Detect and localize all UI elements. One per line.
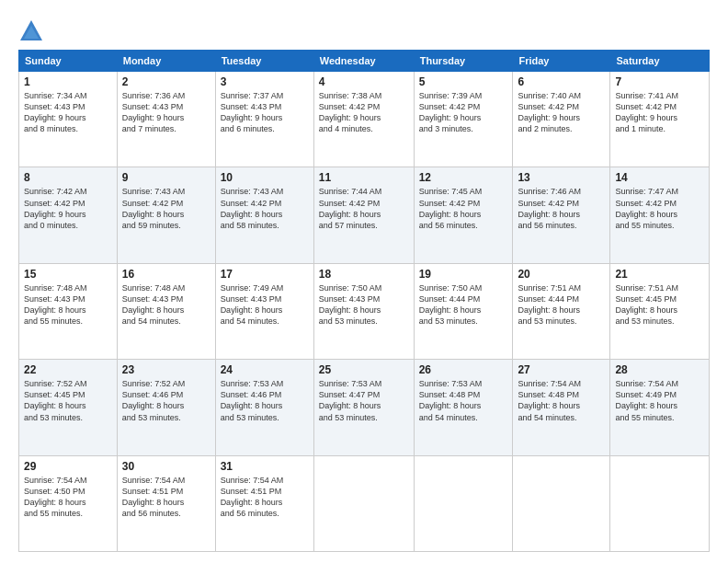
day-number: 22 bbox=[24, 363, 112, 376]
day-number: 26 bbox=[419, 363, 508, 376]
day-info: Sunrise: 7:36 AM Sunset: 4:43 PM Dayligh… bbox=[122, 90, 210, 135]
calendar-week-2: 8Sunrise: 7:42 AM Sunset: 4:42 PM Daylig… bbox=[19, 167, 710, 263]
calendar-header-saturday: Saturday bbox=[610, 51, 710, 72]
day-info: Sunrise: 7:37 AM Sunset: 4:43 PM Dayligh… bbox=[221, 90, 309, 135]
day-info: Sunrise: 7:52 AM Sunset: 4:45 PM Dayligh… bbox=[24, 378, 112, 423]
calendar-header-row: SundayMondayTuesdayWednesdayThursdayFrid… bbox=[19, 51, 710, 72]
calendar-cell: 31Sunrise: 7:54 AM Sunset: 4:51 PM Dayli… bbox=[215, 455, 313, 551]
calendar-cell: 6Sunrise: 7:40 AM Sunset: 4:42 PM Daylig… bbox=[513, 72, 610, 167]
calendar-cell: 18Sunrise: 7:50 AM Sunset: 4:43 PM Dayli… bbox=[313, 263, 414, 359]
day-number: 5 bbox=[419, 75, 508, 88]
day-info: Sunrise: 7:34 AM Sunset: 4:43 PM Dayligh… bbox=[24, 90, 112, 135]
day-info: Sunrise: 7:51 AM Sunset: 4:45 PM Dayligh… bbox=[615, 282, 704, 327]
day-info: Sunrise: 7:54 AM Sunset: 4:50 PM Dayligh… bbox=[24, 475, 112, 520]
calendar-cell: 5Sunrise: 7:39 AM Sunset: 4:42 PM Daylig… bbox=[414, 72, 513, 167]
calendar-cell: 21Sunrise: 7:51 AM Sunset: 4:45 PM Dayli… bbox=[610, 263, 710, 359]
day-number: 28 bbox=[615, 363, 704, 376]
day-number: 11 bbox=[319, 171, 409, 184]
calendar-cell: 30Sunrise: 7:54 AM Sunset: 4:51 PM Dayli… bbox=[117, 455, 215, 551]
day-info: Sunrise: 7:50 AM Sunset: 4:43 PM Dayligh… bbox=[319, 282, 409, 327]
calendar-cell bbox=[610, 455, 710, 551]
day-number: 9 bbox=[122, 171, 210, 184]
calendar-header-tuesday: Tuesday bbox=[215, 51, 313, 72]
calendar-cell: 23Sunrise: 7:52 AM Sunset: 4:46 PM Dayli… bbox=[117, 360, 215, 455]
day-info: Sunrise: 7:52 AM Sunset: 4:46 PM Dayligh… bbox=[122, 378, 210, 423]
calendar-cell: 19Sunrise: 7:50 AM Sunset: 4:44 PM Dayli… bbox=[414, 263, 513, 359]
day-number: 19 bbox=[419, 268, 508, 281]
calendar-cell bbox=[513, 455, 610, 551]
calendar-cell: 16Sunrise: 7:48 AM Sunset: 4:43 PM Dayli… bbox=[117, 263, 215, 359]
calendar-cell bbox=[313, 455, 414, 551]
day-number: 23 bbox=[122, 363, 210, 376]
calendar-header-wednesday: Wednesday bbox=[313, 51, 414, 72]
calendar-cell: 17Sunrise: 7:49 AM Sunset: 4:43 PM Dayli… bbox=[215, 263, 313, 359]
day-number: 31 bbox=[221, 460, 309, 473]
day-number: 1 bbox=[24, 75, 112, 88]
day-number: 24 bbox=[221, 363, 309, 376]
day-info: Sunrise: 7:51 AM Sunset: 4:44 PM Dayligh… bbox=[518, 282, 605, 327]
calendar-cell: 9Sunrise: 7:43 AM Sunset: 4:42 PM Daylig… bbox=[117, 167, 215, 263]
calendar-cell: 11Sunrise: 7:44 AM Sunset: 4:42 PM Dayli… bbox=[313, 167, 414, 263]
header bbox=[18, 15, 710, 44]
day-number: 30 bbox=[122, 460, 210, 473]
calendar-cell: 4Sunrise: 7:38 AM Sunset: 4:42 PM Daylig… bbox=[313, 72, 414, 167]
day-number: 18 bbox=[319, 268, 409, 281]
calendar-cell: 10Sunrise: 7:43 AM Sunset: 4:42 PM Dayli… bbox=[215, 167, 313, 263]
calendar-cell: 24Sunrise: 7:53 AM Sunset: 4:46 PM Dayli… bbox=[215, 360, 313, 455]
calendar-cell: 29Sunrise: 7:54 AM Sunset: 4:50 PM Dayli… bbox=[19, 455, 118, 551]
day-info: Sunrise: 7:46 AM Sunset: 4:42 PM Dayligh… bbox=[518, 186, 605, 231]
day-number: 4 bbox=[319, 75, 409, 88]
day-number: 29 bbox=[24, 460, 112, 473]
day-number: 25 bbox=[319, 363, 409, 376]
calendar-cell: 22Sunrise: 7:52 AM Sunset: 4:45 PM Dayli… bbox=[19, 360, 118, 455]
day-number: 8 bbox=[24, 171, 112, 184]
day-number: 13 bbox=[518, 171, 605, 184]
logo-icon bbox=[18, 18, 44, 44]
calendar-header-monday: Monday bbox=[117, 51, 215, 72]
day-info: Sunrise: 7:48 AM Sunset: 4:43 PM Dayligh… bbox=[122, 282, 210, 327]
calendar-cell: 28Sunrise: 7:54 AM Sunset: 4:49 PM Dayli… bbox=[610, 360, 710, 455]
day-info: Sunrise: 7:49 AM Sunset: 4:43 PM Dayligh… bbox=[221, 282, 309, 327]
day-number: 7 bbox=[615, 75, 704, 88]
day-info: Sunrise: 7:45 AM Sunset: 4:42 PM Dayligh… bbox=[419, 186, 508, 231]
day-info: Sunrise: 7:41 AM Sunset: 4:42 PM Dayligh… bbox=[615, 90, 704, 135]
day-info: Sunrise: 7:53 AM Sunset: 4:47 PM Dayligh… bbox=[319, 378, 409, 423]
day-info: Sunrise: 7:54 AM Sunset: 4:48 PM Dayligh… bbox=[518, 378, 605, 423]
calendar-cell bbox=[414, 455, 513, 551]
calendar-cell: 25Sunrise: 7:53 AM Sunset: 4:47 PM Dayli… bbox=[313, 360, 414, 455]
calendar-header-sunday: Sunday bbox=[19, 51, 118, 72]
day-number: 15 bbox=[24, 268, 112, 281]
calendar-cell: 7Sunrise: 7:41 AM Sunset: 4:42 PM Daylig… bbox=[610, 72, 710, 167]
day-info: Sunrise: 7:54 AM Sunset: 4:51 PM Dayligh… bbox=[221, 475, 309, 520]
calendar-week-4: 22Sunrise: 7:52 AM Sunset: 4:45 PM Dayli… bbox=[19, 360, 710, 455]
calendar-cell: 1Sunrise: 7:34 AM Sunset: 4:43 PM Daylig… bbox=[19, 72, 118, 167]
calendar-week-3: 15Sunrise: 7:48 AM Sunset: 4:43 PM Dayli… bbox=[19, 263, 710, 359]
calendar-table: SundayMondayTuesdayWednesdayThursdayFrid… bbox=[18, 50, 710, 552]
day-number: 14 bbox=[615, 171, 704, 184]
day-info: Sunrise: 7:54 AM Sunset: 4:51 PM Dayligh… bbox=[122, 475, 210, 520]
day-info: Sunrise: 7:38 AM Sunset: 4:42 PM Dayligh… bbox=[319, 90, 409, 135]
calendar-week-5: 29Sunrise: 7:54 AM Sunset: 4:50 PM Dayli… bbox=[19, 455, 710, 551]
day-info: Sunrise: 7:43 AM Sunset: 4:42 PM Dayligh… bbox=[122, 186, 210, 231]
day-info: Sunrise: 7:53 AM Sunset: 4:48 PM Dayligh… bbox=[419, 378, 508, 423]
day-number: 12 bbox=[419, 171, 508, 184]
day-number: 2 bbox=[122, 75, 210, 88]
calendar-week-1: 1Sunrise: 7:34 AM Sunset: 4:43 PM Daylig… bbox=[19, 72, 710, 167]
day-number: 3 bbox=[221, 75, 309, 88]
calendar-header-thursday: Thursday bbox=[414, 51, 513, 72]
calendar-cell: 12Sunrise: 7:45 AM Sunset: 4:42 PM Dayli… bbox=[414, 167, 513, 263]
calendar-cell: 8Sunrise: 7:42 AM Sunset: 4:42 PM Daylig… bbox=[19, 167, 118, 263]
day-number: 6 bbox=[518, 75, 605, 88]
day-number: 21 bbox=[615, 268, 704, 281]
day-info: Sunrise: 7:47 AM Sunset: 4:42 PM Dayligh… bbox=[615, 186, 704, 231]
calendar-header-friday: Friday bbox=[513, 51, 610, 72]
day-info: Sunrise: 7:54 AM Sunset: 4:49 PM Dayligh… bbox=[615, 378, 704, 423]
logo bbox=[18, 18, 48, 44]
calendar-cell: 3Sunrise: 7:37 AM Sunset: 4:43 PM Daylig… bbox=[215, 72, 313, 167]
day-info: Sunrise: 7:39 AM Sunset: 4:42 PM Dayligh… bbox=[419, 90, 508, 135]
calendar-cell: 20Sunrise: 7:51 AM Sunset: 4:44 PM Dayli… bbox=[513, 263, 610, 359]
day-info: Sunrise: 7:42 AM Sunset: 4:42 PM Dayligh… bbox=[24, 186, 112, 231]
day-number: 17 bbox=[221, 268, 309, 281]
day-info: Sunrise: 7:50 AM Sunset: 4:44 PM Dayligh… bbox=[419, 282, 508, 327]
calendar-cell: 13Sunrise: 7:46 AM Sunset: 4:42 PM Dayli… bbox=[513, 167, 610, 263]
